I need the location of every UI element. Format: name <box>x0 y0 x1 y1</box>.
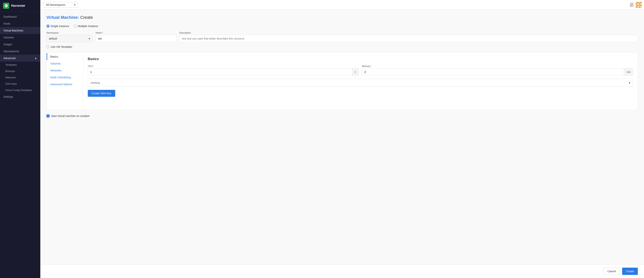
cancel-button[interactable]: Cancel <box>603 268 620 275</box>
volumes-label: Volumes <box>4 36 14 39</box>
bottom-actions: Cancel Create <box>40 264 644 278</box>
sidebar-item-ssh-keys[interactable]: SSH Keys <box>0 81 40 87</box>
name-required: * <box>102 32 103 34</box>
advanced-label: Advanced <box>4 57 15 60</box>
name-input[interactable] <box>96 35 176 42</box>
start-vm-label: Start virtual machine on creation <box>51 114 90 118</box>
page-title-prefix: Virtual Machine: <box>46 15 79 20</box>
networks-label: Networks <box>6 76 16 79</box>
memory-input-wrap: GiB <box>362 68 633 76</box>
cpu-suffix: C <box>352 68 359 76</box>
multiple-instance-label: Multiple Instance <box>78 24 98 28</box>
start-vm-checkbox[interactable] <box>46 114 50 118</box>
cpu-input[interactable] <box>88 68 352 76</box>
grid-icon[interactable] <box>636 2 641 7</box>
advanced-chevron: ▲ <box>34 57 37 60</box>
cpu-required: * <box>93 65 94 68</box>
single-instance-option[interactable]: Single Instance <box>46 24 69 28</box>
cpu-input-wrap: C <box>88 68 359 76</box>
page-title-suffix: Create <box>80 15 93 20</box>
namespace-form-label: Namespace <box>46 32 92 34</box>
sidebar-nav: Dashboard Hosts Virtual Machines Volumes… <box>0 12 40 278</box>
cpu-memory-row: CPU* C Memory* GiB <box>88 65 633 76</box>
sidebar-item-virtual-machines[interactable]: Virtual Machines <box>0 27 40 34</box>
description-form-label: Description <box>179 32 638 34</box>
cloud-config-label: Cloud Config Templates <box>6 89 32 92</box>
single-instance-label: Single Instance <box>51 24 69 28</box>
images-label: Images <box>4 43 12 46</box>
name-form-label: Name* <box>96 32 176 34</box>
sidebar-item-volumes[interactable]: Volumes <box>0 34 40 41</box>
namespace-form-select[interactable]: default ▾ <box>46 35 92 42</box>
sshkey-label: SSHKey <box>91 82 100 84</box>
page-title: Virtual Machine: Create <box>46 15 638 20</box>
svg-text:H: H <box>5 4 6 7</box>
section-panel: Basics Volumes Networks Node Scheduling … <box>46 52 638 110</box>
namespace-selector-chevron: ▾ <box>74 3 76 6</box>
create-button[interactable]: Create <box>622 268 638 275</box>
cpu-group: CPU* C <box>88 65 359 76</box>
cpu-label: CPU* <box>88 65 359 68</box>
memory-suffix: GiB <box>624 68 633 76</box>
sidebar-item-advanced[interactable]: Advanced ▲ <box>0 55 40 62</box>
form-top-row: Namespace default ▾ Name* Description <box>46 32 638 42</box>
sshkey-select[interactable]: SSHKey ▾ <box>88 79 633 87</box>
single-instance-radio[interactable] <box>46 24 50 28</box>
section-left-nav: Basics Volumes Networks Node Scheduling … <box>47 52 83 110</box>
use-vm-template-checkbox[interactable] <box>46 46 49 48</box>
namespace-selector-label: All Namespaces <box>46 3 65 6</box>
virtual-machines-label: Virtual Machines <box>4 29 23 32</box>
multiple-instance-radio[interactable] <box>74 24 77 28</box>
memory-group: Memory* GiB <box>362 65 633 76</box>
sidebar-item-cloud-config-templates[interactable]: Cloud Config Templates <box>0 87 40 93</box>
vm-template-row: Use VM Template: <box>46 45 638 48</box>
app-name: Harvester <box>11 4 25 8</box>
sidebar-item-networks[interactable]: Networks <box>0 74 40 81</box>
memory-label: Memory* <box>362 65 633 68</box>
document-icon[interactable] <box>630 2 634 7</box>
main-area: All Namespaces ▾ <box>40 0 644 278</box>
templates-label: Templates <box>6 63 17 66</box>
basics-section: Basics CPU* C Memory* <box>83 52 638 110</box>
sidebar-item-namespaces[interactable]: Namespaces <box>0 48 40 55</box>
sidebar-item-backups[interactable]: Backups <box>0 68 40 74</box>
sidebar-item-hosts[interactable]: Hosts <box>0 20 40 27</box>
basics-title: Basics <box>88 57 633 61</box>
use-vm-template-label: Use VM Template: <box>51 45 72 48</box>
sidebar-item-dashboard[interactable]: Dashboard <box>0 13 40 20</box>
topbar: All Namespaces ▾ <box>40 0 644 10</box>
svg-rect-2 <box>630 3 633 6</box>
app-logo: H Harvester <box>0 0 40 12</box>
page-content: Virtual Machine: Create Single Instance … <box>40 10 644 264</box>
description-form-group: Description <box>179 32 638 42</box>
namespace-form-value: default <box>49 37 57 40</box>
create-ssh-key-button[interactable]: Create SSH Key <box>88 90 115 97</box>
start-vm-row: Start virtual machine on creation <box>46 114 638 118</box>
logo-icon: H <box>3 3 9 9</box>
sidebar: H Harvester Dashboard Hosts Virtual Mach… <box>0 0 40 278</box>
multiple-instance-option[interactable]: Multiple Instance <box>74 24 98 28</box>
namespace-selector[interactable]: All Namespaces ▾ <box>44 2 78 8</box>
left-nav-advanced-options[interactable]: Advanced Options <box>47 81 83 88</box>
memory-input[interactable] <box>362 68 624 76</box>
left-nav-networks[interactable]: Networks <box>47 67 83 74</box>
sidebar-item-templates[interactable]: Templates <box>0 62 40 68</box>
namespaces-label: Namespaces <box>4 50 19 53</box>
ssh-keys-label: SSH Keys <box>6 82 17 85</box>
topbar-right <box>630 2 641 7</box>
left-nav-volumes[interactable]: Volumes <box>47 60 83 67</box>
dashboard-label: Dashboard <box>4 15 17 18</box>
sidebar-item-settings[interactable]: Settings <box>0 93 40 100</box>
hosts-label: Hosts <box>4 22 10 25</box>
namespace-form-group: Namespace default ▾ <box>46 32 92 42</box>
left-nav-basics[interactable]: Basics <box>47 53 83 60</box>
settings-label: Settings <box>4 95 13 98</box>
memory-required: * <box>370 65 372 68</box>
backups-label: Backups <box>6 70 15 72</box>
namespace-form-chevron: ▾ <box>89 37 90 40</box>
description-input[interactable] <box>179 35 638 42</box>
name-form-group: Name* <box>96 32 176 42</box>
left-nav-node-scheduling[interactable]: Node Scheduling <box>47 74 83 81</box>
sidebar-item-images[interactable]: Images <box>0 41 40 48</box>
sshkey-chevron: ▾ <box>629 81 630 84</box>
